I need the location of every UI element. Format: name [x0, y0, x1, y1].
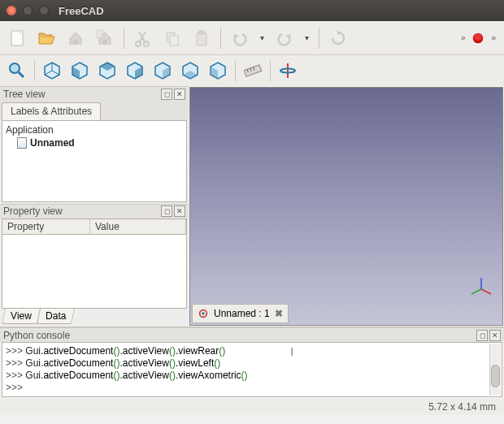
- property-col-value[interactable]: Value: [90, 219, 186, 234]
- viewport-tab-label[interactable]: Unnamed : 1: [214, 308, 270, 319]
- property-view-title: Property view: [3, 206, 63, 217]
- document-icon: [17, 137, 27, 149]
- console-prompt: >>>: [6, 382, 498, 394]
- tab-labels-attributes[interactable]: Labels & Attributes: [2, 102, 101, 120]
- property-columns: Property Value: [2, 218, 187, 235]
- toggle-axis-button[interactable]: [276, 58, 300, 83]
- toolbar-separator: [319, 28, 319, 49]
- console-line: >>> Gui.activeDocument().activeView().vi…: [6, 345, 498, 357]
- toolbar-separator: [34, 60, 35, 81]
- tree-document-label: Unnamed: [30, 137, 75, 149]
- toolbar-overflow[interactable]: »: [458, 33, 469, 42]
- undo-dropdown[interactable]: ▾: [257, 33, 267, 42]
- cut-button[interactable]: [131, 26, 155, 50]
- status-bar: 5.72 x 4.14 mm: [0, 399, 504, 415]
- svg-rect-9: [199, 31, 204, 34]
- measure-button[interactable]: [241, 58, 265, 83]
- window-close-button[interactable]: [7, 6, 16, 15]
- toolbar-overflow-2[interactable]: »: [488, 33, 499, 42]
- window-title: FreeCAD: [59, 5, 104, 17]
- tree-view-title: Tree view: [3, 89, 46, 100]
- svg-point-22: [202, 312, 205, 315]
- axonometric-view-button[interactable]: [40, 58, 64, 83]
- tree-tabs: Labels & Attributes: [0, 101, 189, 120]
- property-bottom-tabs: View Data: [0, 309, 189, 327]
- console-float-button[interactable]: ◻: [476, 330, 488, 341]
- tree-root[interactable]: Application: [6, 124, 183, 136]
- svg-point-4: [136, 41, 141, 46]
- tab-data[interactable]: Data: [37, 309, 75, 324]
- top-view-button[interactable]: [95, 58, 119, 83]
- svg-line-18: [481, 289, 491, 294]
- save-button[interactable]: [63, 26, 88, 50]
- tab-view[interactable]: View: [2, 309, 41, 324]
- tree-view-header: Tree view ◻ ✕: [0, 86, 189, 101]
- copy-button[interactable]: [160, 26, 185, 50]
- python-console[interactable]: >>> Gui.activeDocument().activeView().vi…: [2, 342, 502, 397]
- save-as-button[interactable]: [93, 26, 117, 50]
- property-body[interactable]: [2, 235, 187, 309]
- tree-document[interactable]: Unnamed: [17, 137, 183, 149]
- 3d-viewport[interactable]: Unnamed : 1 ✖: [189, 87, 503, 326]
- right-view-button[interactable]: [123, 58, 147, 83]
- record-macro-button[interactable]: [473, 33, 483, 43]
- svg-rect-7: [170, 36, 178, 45]
- left-view-button[interactable]: [206, 58, 230, 83]
- property-view-header: Property view ◻ ✕: [0, 204, 189, 218]
- refresh-button[interactable]: [326, 26, 350, 50]
- python-console-title: Python console: [3, 330, 70, 341]
- svg-line-11: [19, 72, 24, 77]
- open-button[interactable]: [34, 26, 59, 50]
- property-col-name[interactable]: Property: [2, 219, 90, 234]
- python-console-header: Python console ◻ ✕: [0, 327, 504, 342]
- property-close-button[interactable]: ✕: [174, 206, 185, 217]
- console-line: >>> Gui.activeDocument().activeView().vi…: [6, 357, 498, 370]
- viewport-tab-bar: Unnamed : 1 ✖: [192, 304, 289, 323]
- tree-float-button[interactable]: ◻: [161, 89, 172, 100]
- viewport-tab-close[interactable]: ✖: [275, 308, 283, 319]
- tree-body[interactable]: Application Unnamed: [2, 120, 187, 202]
- paste-button[interactable]: [189, 26, 214, 50]
- toolbar-separator: [220, 28, 221, 49]
- view-toolbar: [0, 55, 504, 86]
- svg-rect-2: [102, 40, 107, 45]
- freecad-logo-icon: [198, 308, 209, 319]
- toolbar-separator: [124, 28, 124, 49]
- text-cursor-icon: I: [290, 344, 293, 358]
- svg-rect-3: [97, 30, 102, 37]
- svg-rect-12: [244, 65, 262, 76]
- console-close-button[interactable]: ✕: [489, 330, 501, 341]
- rear-view-button[interactable]: [150, 58, 175, 83]
- console-line: >>> Gui.activeDocument().activeView().vi…: [6, 370, 498, 382]
- undo-button[interactable]: [228, 26, 252, 50]
- toolbar-separator: [235, 60, 236, 81]
- window-titlebar: FreeCAD: [0, 0, 504, 21]
- status-dimensions: 5.72 x 4.14 mm: [428, 401, 496, 413]
- scrollbar-thumb[interactable]: [491, 365, 500, 387]
- svg-line-19: [471, 289, 481, 294]
- front-view-button[interactable]: [67, 58, 92, 83]
- property-float-button[interactable]: ◻: [161, 206, 172, 217]
- new-document-button[interactable]: [5, 26, 29, 50]
- console-scrollbar[interactable]: [489, 344, 501, 396]
- fit-all-button[interactable]: [5, 58, 29, 83]
- bottom-view-button[interactable]: [178, 58, 202, 83]
- toolbar-separator: [270, 60, 271, 81]
- axis-indicator: [467, 275, 496, 304]
- redo-dropdown[interactable]: ▾: [302, 33, 312, 42]
- window-minimize-button[interactable]: [23, 6, 33, 15]
- svg-point-5: [144, 41, 149, 46]
- svg-point-10: [10, 63, 20, 73]
- svg-rect-1: [73, 40, 78, 45]
- main-toolbar: ▾ ▾ » »: [0, 21, 504, 55]
- redo-button[interactable]: [272, 26, 297, 50]
- tree-close-button[interactable]: ✕: [174, 89, 185, 100]
- window-maximize-button[interactable]: [39, 6, 49, 15]
